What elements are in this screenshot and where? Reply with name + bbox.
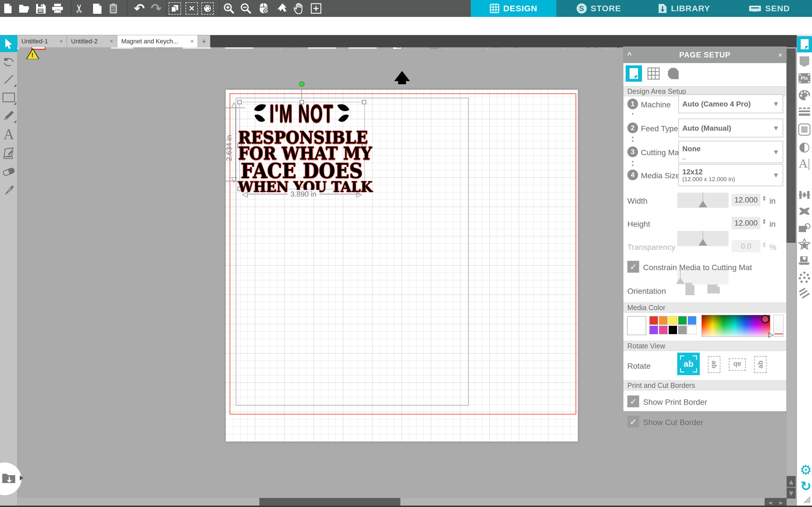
deselect-all-button[interactable]: ✕ [184, 0, 200, 17]
width-stepper[interactable]: ▲▼ [762, 195, 766, 201]
paste-button[interactable] [105, 0, 121, 17]
point-edit-tool[interactable] [0, 53, 17, 70]
rotate-0-button-active[interactable]: ab [677, 353, 700, 375]
rotate-180-button[interactable]: ab [729, 358, 746, 371]
doc-tab-untitled-2[interactable]: Untitled-2 × [67, 35, 117, 47]
panel-tab-registration-marks[interactable] [665, 65, 681, 82]
design-text-line[interactable]: I'M NOT [246, 100, 358, 128]
shapes-overlap-tool[interactable] [797, 220, 812, 236]
close-tab-icon[interactable]: × [190, 38, 194, 45]
cutting-mat-tool[interactable] [797, 54, 812, 69]
tab-store[interactable]: S STORE [556, 0, 642, 17]
rotate-270-button[interactable]: ab [754, 356, 767, 373]
doc-tab-untitled-1[interactable]: Untitled-1 × [17, 35, 67, 47]
orientation-landscape-button[interactable] [707, 284, 720, 295]
media-color-gray[interactable] [678, 326, 687, 334]
draw-tool[interactable] [0, 107, 17, 124]
rectangle-tool[interactable] [0, 89, 17, 106]
print-button[interactable] [50, 0, 65, 17]
preferences-button[interactable]: ⚙ [800, 463, 812, 476]
scroll-down-button[interactable]: ▼ [786, 488, 796, 499]
offset-panel-tool[interactable] [797, 237, 812, 252]
pixscan-tool[interactable]: Pix [797, 70, 812, 86]
media-color-purple[interactable] [649, 326, 658, 334]
mouse-zoom-button[interactable] [256, 0, 272, 17]
redo-button[interactable]: ↷ [148, 0, 164, 17]
rotate-90-button[interactable]: ab [708, 356, 720, 373]
fit-to-page-button[interactable] [308, 0, 324, 17]
tab-library[interactable]: LIBRARY [642, 0, 727, 17]
tab-design[interactable]: DESIGN [471, 0, 556, 17]
sketch-tool[interactable] [797, 122, 812, 137]
orientation-portrait-button[interactable] [685, 282, 695, 297]
close-tab-icon[interactable]: × [59, 38, 63, 45]
rhinestone-tool[interactable] [797, 269, 812, 285]
cutting-mat-dropdown[interactable]: None _ ▼ [678, 141, 783, 163]
select-all-button[interactable] [167, 0, 183, 17]
reset-view-button[interactable]: ↻ [800, 480, 812, 493]
media-color-red[interactable] [649, 316, 658, 325]
height-slider[interactable] [677, 231, 728, 246]
zoom-in-button[interactable] [221, 0, 237, 17]
width-slider[interactable] [677, 193, 728, 208]
value-slider-pointer[interactable]: ▷ [768, 331, 773, 339]
vertical-scrollbar-thumb[interactable] [786, 48, 796, 243]
text-tool[interactable]: A [0, 126, 17, 143]
send-to-device-tool[interactable] [797, 253, 812, 269]
close-tab-icon[interactable]: × [110, 38, 113, 45]
download-folder-icon[interactable] [2, 471, 16, 485]
panel-tab-grid-settings[interactable] [645, 65, 662, 82]
machine-dropdown[interactable]: Auto (Cameo 4 Pro) ▼ [678, 94, 783, 113]
color-spectrum-picker[interactable] [702, 315, 770, 337]
constrain-media-checkbox[interactable]: ✓ [627, 261, 639, 273]
eraser-tool[interactable] [0, 163, 17, 180]
collapse-panel-icon[interactable]: ^ [627, 51, 631, 59]
selection-handle-ne[interactable] [362, 100, 366, 104]
height-stepper[interactable]: ▲▼ [762, 218, 766, 224]
media-color-green[interactable] [678, 316, 687, 325]
spectrum-crosshair[interactable] [761, 315, 769, 323]
show-cut-border-checkbox[interactable]: ✓ [627, 416, 639, 428]
transform-tool[interactable] [797, 187, 812, 203]
save-button[interactable] [33, 0, 49, 17]
select-by-color-button[interactable] [200, 0, 215, 17]
media-color-blue[interactable] [688, 316, 696, 325]
panel-tab-page-setup-active[interactable] [626, 65, 642, 82]
close-panel-icon[interactable]: × [778, 51, 782, 59]
selected-media-color-swatch[interactable] [627, 316, 646, 335]
notes-tool[interactable] [0, 145, 17, 162]
media-size-dropdown[interactable]: 12x12 (12.000 x 12.000 in) ▼ [678, 164, 783, 186]
trace-tool[interactable]: ◐ [797, 138, 812, 154]
rotation-handle[interactable] [299, 81, 305, 87]
new-document-button[interactable] [0, 0, 16, 17]
tab-send[interactable]: SEND [727, 0, 812, 17]
media-color-white[interactable] [688, 326, 696, 334]
show-print-border-checkbox[interactable]: ✓ [627, 395, 639, 407]
page-setup-tool-active[interactable] [797, 36, 812, 52]
selection-handle-nw[interactable] [238, 100, 242, 104]
media-color-pink[interactable] [659, 326, 668, 334]
text-style-tool[interactable]: A| [797, 156, 812, 171]
media-color-yellow[interactable] [668, 316, 677, 325]
line-style-tool[interactable] [797, 105, 812, 121]
cut-button[interactable]: ✂ [71, 0, 87, 17]
media-color-black[interactable] [668, 326, 677, 334]
zoom-out-button[interactable] [238, 0, 254, 17]
open-button[interactable] [16, 0, 32, 17]
new-tab-button[interactable]: + [198, 35, 210, 47]
select-tool-button-active[interactable] [0, 35, 17, 52]
line-tool[interactable] [0, 71, 17, 88]
media-color-orange[interactable] [659, 316, 668, 325]
drag-zoom-button[interactable] [274, 0, 290, 17]
feed-type-dropdown[interactable]: Auto (Manual) ▼ [678, 119, 783, 137]
copy-button[interactable] [89, 0, 105, 17]
expand-flyout-arrow[interactable] [20, 475, 23, 481]
width-value-input[interactable]: 12.000 [732, 194, 760, 206]
pan-button[interactable] [291, 0, 307, 17]
modify-tool[interactable] [797, 203, 812, 219]
fill-color-tool[interactable] [797, 87, 812, 103]
scroll-up-button[interactable]: ▲ [786, 476, 796, 487]
undo-button[interactable]: ↶ [132, 0, 147, 17]
resize-grip[interactable] [802, 495, 811, 505]
knife-tool[interactable] [0, 181, 17, 198]
